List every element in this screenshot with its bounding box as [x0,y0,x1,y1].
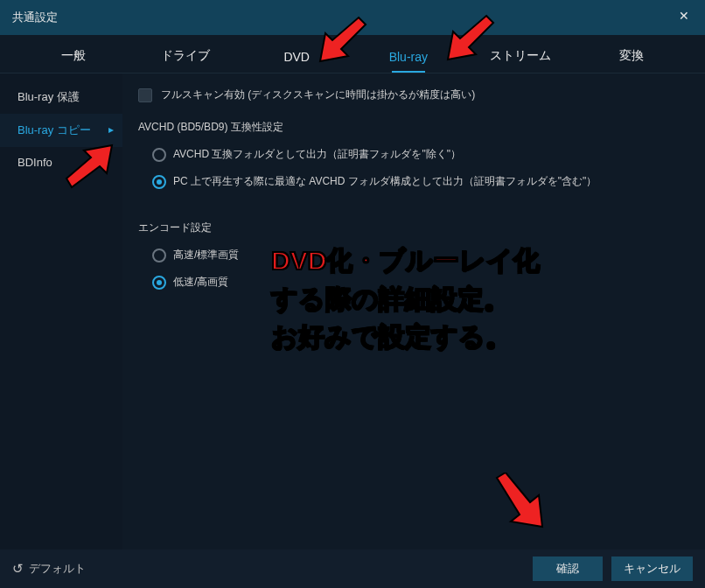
avchd-radio-include-label: PC 上で再生する際に最適な AVCHD フォルダ構成として出力（証明書フォルダ… [173,174,597,189]
encode-radio-fast-label: 高速/標準画質 [173,248,239,262]
window-title: 共通設定 [12,10,58,25]
tab-convert[interactable]: 変換 [576,48,688,73]
encode-radio-slow-label: 低速/高画質 [173,275,228,290]
tab-bar: 一般 ドライブ DVD Blu-ray ストリーム 変換 [0,35,705,74]
sidebar-item-protection[interactable]: Blu-ray 保護 [0,80,122,114]
sidebar-item-label: Blu-ray コピー [17,123,91,136]
tab-dvd[interactable]: DVD [241,50,352,73]
reset-icon: ↺ [12,561,24,577]
fullscan-label: フルスキャン有効 (ディスクスキャンに時間は掛かるが精度は高い) [161,88,475,102]
avchd-radio-include[interactable] [152,175,166,189]
titlebar: 共通設定 ✕ [0,0,705,35]
encode-section-title: エンコード設定 [138,220,689,235]
avchd-radio-exclude[interactable] [152,148,166,162]
chevron-right-icon: ▸ [108,123,114,136]
fullscan-checkbox[interactable] [138,88,152,102]
tab-bluray[interactable]: Blu-ray [352,50,464,73]
default-button-label: デフォルト [29,561,86,577]
tab-general[interactable]: 一般 [17,48,129,73]
tab-drive[interactable]: ドライブ [129,48,241,73]
cancel-button[interactable]: キャンセル [611,556,693,581]
encode-radio-slow[interactable] [152,276,166,290]
footer: ↺ デフォルト 確認 キャンセル [0,550,705,588]
sidebar-item-copy[interactable]: Blu-ray コピー ▸ [0,114,122,147]
close-icon[interactable]: ✕ [674,7,695,24]
sidebar: Blu-ray 保護 Blu-ray コピー ▸ BDInfo [0,74,122,562]
sidebar-item-bdinfo[interactable]: BDInfo [0,147,122,178]
default-button[interactable]: ↺ デフォルト [12,561,86,577]
avchd-radio-exclude-label: AVCHD 互換フォルダとして出力（証明書フォルダを"除く"） [173,147,461,162]
content-pane: フルスキャン有効 (ディスクスキャンに時間は掛かるが精度は高い) AVCHD (… [122,74,705,562]
tab-stream[interactable]: ストリーム [464,48,576,73]
ok-button[interactable]: 確認 [533,556,603,581]
avchd-section-title: AVCHD (BD5/BD9) 互換性設定 [138,120,689,135]
encode-radio-fast[interactable] [152,248,166,262]
